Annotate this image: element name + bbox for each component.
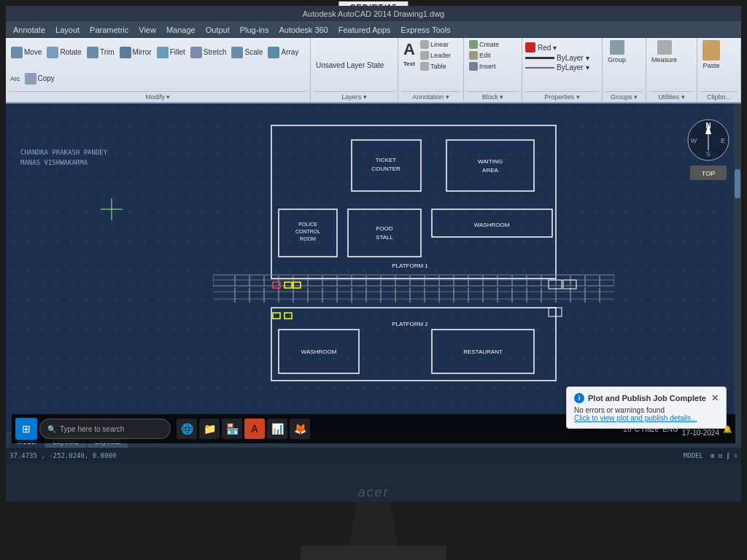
linear-icon — [420, 40, 429, 49]
ribbon-btn-array[interactable]: Array — [266, 39, 301, 65]
ribbon-label-groups: Groups ▾ — [605, 91, 643, 101]
ribbon-tools-modify: Move Rotate Trim Mirror Fillet Stretch S… — [9, 39, 307, 91]
menu-featured-apps[interactable]: Featured Apps — [334, 24, 395, 36]
taskbar-icon-folder[interactable]: 📁 — [199, 419, 220, 439]
menu-manage[interactable]: Manage — [162, 24, 200, 36]
ribbon-label-properties: Properties ▾ — [525, 91, 599, 101]
start-button[interactable]: ⊞ — [15, 418, 37, 440]
ribbon-btn-leader[interactable]: Leader — [418, 50, 453, 61]
app-title: Autodesk AutoCAD 2014 Drawing1.dwg — [303, 9, 444, 18]
ribbon-btn-trim[interactable]: Trim — [85, 39, 117, 65]
ribbon-btn-edit[interactable]: Edit — [467, 50, 519, 61]
ribbon-btn-insert[interactable]: Insert — [467, 61, 519, 71]
menu-output[interactable]: Output — [201, 24, 234, 36]
brand-logo: acer — [357, 485, 389, 500]
rotate-icon — [47, 47, 58, 58]
svg-rect-2 — [271, 125, 556, 279]
search-bar[interactable]: 🔍 Type here to search — [39, 419, 171, 439]
menu-annotate[interactable]: Annotate — [9, 24, 50, 36]
monitor-bezel: CED/BT/15 Autodesk AutoCAD 2014 Drawing1… — [0, 0, 747, 560]
taskbar-icon-edge[interactable]: 🌐 — [177, 419, 197, 439]
menu-layout[interactable]: Layout — [51, 24, 84, 36]
color-label: Red — [538, 44, 551, 52]
svg-rect-86 — [549, 280, 562, 289]
svg-text:CONTROL: CONTROL — [295, 229, 320, 234]
svg-rect-87 — [563, 280, 576, 289]
taskbar-icon-firefox[interactable]: 🦊 — [290, 419, 310, 439]
menu-plugins[interactable]: Plug-ins — [236, 24, 274, 36]
menu-autodesk360[interactable]: Autodesk 360 — [274, 24, 332, 36]
ribbon-btn-linear[interactable]: Linear — [418, 39, 453, 50]
search-placeholder: Type here to search — [60, 425, 124, 433]
title-bar: Autodesk AutoCAD 2014 Drawing1.dwg — [6, 6, 741, 22]
toast-title: Plot and Publish Job Complete — [588, 394, 706, 402]
taskbar-icon-store[interactable]: 🏪 — [222, 419, 242, 439]
svg-text:W: W — [691, 137, 697, 144]
svg-text:AREA: AREA — [482, 167, 498, 174]
ribbon-group-modify: Move Rotate Trim Mirror Fillet Stretch S… — [6, 38, 311, 102]
ribbon-btn-text[interactable]: AText — [401, 39, 417, 91]
ribbon-btn-arc[interactable]: Arc — [9, 66, 22, 91]
menu-express-tools[interactable]: Express Tools — [396, 24, 454, 36]
svg-rect-6 — [446, 140, 534, 191]
ribbon-btn-layer-state[interactable]: Unsaved Layer State — [314, 39, 386, 91]
ribbon-btn-scale[interactable]: Scale — [229, 39, 265, 65]
stretch-icon — [190, 47, 202, 58]
ribbon-btn-table[interactable]: Table — [418, 61, 453, 71]
svg-text:STALL: STALL — [376, 234, 393, 241]
ribbon-tools-clipboard: Paste — [700, 39, 738, 91]
svg-rect-82 — [285, 282, 292, 288]
ribbon-label-clipboard: Clipbo... — [700, 91, 738, 101]
ribbon-btn-measure[interactable]: Measure — [649, 39, 679, 91]
menu-view[interactable]: View — [134, 24, 160, 36]
fillet-icon — [157, 47, 169, 58]
linetype-label: ByLayer — [557, 54, 584, 62]
status-icons: ⊞ ⊡ ∥ ⌗ — [711, 452, 738, 460]
edit-icon — [469, 51, 478, 60]
toast-info-icon: i — [574, 393, 584, 403]
create-icon — [469, 40, 478, 49]
coordinates-display: 37.4735 , -252.0240, 0.0000 — [9, 452, 116, 459]
ribbon-btn-paste[interactable]: Paste — [700, 39, 722, 91]
ribbon-btn-stretch[interactable]: Stretch — [188, 39, 229, 65]
crosshair-cursor — [101, 198, 123, 220]
ribbon-tools-block: Create Edit Insert — [467, 39, 519, 91]
model-indicator: MODEL — [684, 452, 703, 459]
svg-text:E: E — [721, 137, 725, 144]
svg-text:WASHROOM: WASHROOM — [474, 222, 510, 228]
ribbon: Move Rotate Trim Mirror Fillet Stretch S… — [6, 38, 741, 104]
ribbon-btn-group[interactable]: Group — [605, 39, 628, 91]
ribbon-btn-copy[interactable]: Copy — [23, 66, 57, 91]
toast-details-link[interactable]: Click to view plot and publish details..… — [574, 414, 719, 422]
monitor-base — [301, 545, 446, 560]
table-icon — [420, 62, 429, 71]
svg-text:PLATFORM 1: PLATFORM 1 — [392, 262, 428, 269]
ribbon-btn-mirror[interactable]: Mirror — [117, 39, 154, 65]
ribbon-btn-create[interactable]: Create — [467, 39, 519, 50]
svg-text:PLATFORM 2: PLATFORM 2 — [392, 321, 428, 327]
trim-icon — [87, 47, 98, 58]
scrollbar-vertical[interactable] — [734, 104, 741, 432]
canvas-area[interactable]: CHANDRA PRAKASH PANDEY MANAS VISHWAKARMA… — [6, 104, 741, 432]
taskbar-icon-app1[interactable]: 📊 — [267, 419, 287, 439]
ribbon-btn-rotate[interactable]: Rotate — [44, 39, 83, 65]
svg-rect-88 — [549, 308, 562, 316]
toast-close-button[interactable]: ✕ — [711, 393, 719, 403]
compass: N E S W TOP — [686, 118, 730, 162]
ribbon-btn-fillet[interactable]: Fillet — [155, 39, 187, 65]
svg-text:TOP: TOP — [702, 170, 715, 177]
screen: Autodesk AutoCAD 2014 Drawing1.dwg Annot… — [6, 6, 741, 502]
menu-parametric[interactable]: Parametric — [85, 24, 133, 36]
ribbon-label-annotation: Annotation ▾ — [401, 91, 460, 101]
scrollbar-thumb[interactable] — [735, 169, 740, 198]
scale-icon — [231, 47, 243, 58]
mirror-icon — [120, 47, 131, 58]
insert-icon — [469, 62, 478, 71]
ribbon-tools-utilities: Measure — [649, 39, 694, 91]
ribbon-btn-move[interactable]: Move — [9, 39, 44, 65]
ribbon-tools-properties: Red ▾ ByLayer ▾ ByLayer ▾ — [525, 39, 599, 91]
svg-rect-85 — [285, 313, 292, 319]
copy-icon — [25, 73, 36, 85]
svg-text:S: S — [706, 150, 711, 158]
taskbar-icon-autocad[interactable]: A — [244, 419, 265, 439]
